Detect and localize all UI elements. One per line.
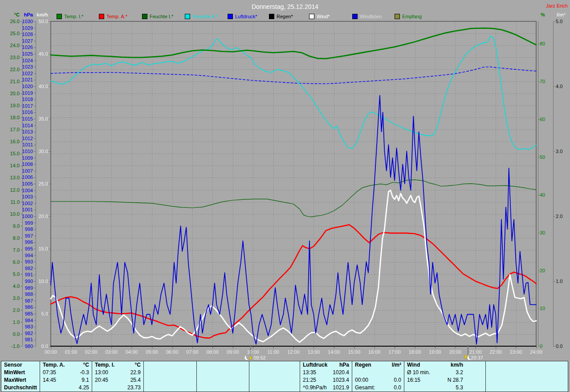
table-cell: 16:15N 28.7 xyxy=(404,376,485,384)
axis-hpa-tick-label: 1018 xyxy=(6,97,33,102)
table-cell xyxy=(249,361,300,369)
table-cell: Windkm/h xyxy=(404,361,485,369)
table-cell: 20:4525.4 xyxy=(92,376,143,384)
axis-hpa-tick-label: 1024 xyxy=(6,58,33,63)
table-column: Temp. I.°C13:0022.920:4525.423.73 xyxy=(92,361,144,392)
table-cell xyxy=(486,384,568,392)
x-axis-label: 12:00 xyxy=(283,349,304,355)
axis-pct-tick-label: 30 xyxy=(540,230,558,235)
axis-lm2-tick-label: 5.0 xyxy=(556,19,570,24)
x-axis-label: 09:00 xyxy=(223,349,243,355)
x-axis-label: 08:00 xyxy=(202,349,223,355)
table-cell xyxy=(249,369,300,376)
axis-hpa-tick-label: 993 xyxy=(6,259,33,264)
temp_a-swatch-icon xyxy=(99,14,104,19)
x-axis-label: 16:00 xyxy=(364,349,385,355)
axis-hpa-tick-label: 986 xyxy=(6,304,33,310)
table-cell xyxy=(486,376,568,384)
legend-item-luftdruck[interactable]: Luftdruck* xyxy=(228,14,257,19)
axis-hpa-tick-label: 1027 xyxy=(6,38,33,44)
legend-label: Luftdruck* xyxy=(235,14,257,19)
table-column xyxy=(249,361,300,392)
axis-kmh-tick-label: 45.0 xyxy=(21,51,48,57)
legend-item-wind[interactable]: Wind* xyxy=(309,14,330,19)
axis-lm2-tick-label: 4.0 xyxy=(556,84,570,89)
legend-label: Feuchte A.* xyxy=(192,14,218,19)
table-cell xyxy=(249,384,300,392)
moonset-icon xyxy=(464,356,471,360)
axis-pct-tick-label: 80 xyxy=(540,41,558,46)
x-axis-label: 17:00 xyxy=(384,349,405,355)
x-axis-label: 00:00 xyxy=(41,349,61,355)
legend-label: Regen* xyxy=(277,14,293,19)
legend-label: Temp. I.* xyxy=(64,14,83,19)
legend-item-temp_i[interactable]: Temp. I.* xyxy=(57,14,83,19)
x-axis-label: 07:00 xyxy=(182,349,203,355)
axis-pct-tick-label: 20 xyxy=(540,268,558,273)
table-cell xyxy=(352,369,404,376)
table-cell: Temp. I.°C xyxy=(92,361,143,369)
table-cell: 23.73 xyxy=(92,384,143,392)
legend-item-empfang[interactable]: Empfang xyxy=(395,14,422,19)
legend-label: Wind* xyxy=(317,14,330,19)
table-cell xyxy=(486,369,568,376)
legend-item-windboeen[interactable]: Windböen xyxy=(352,14,382,19)
legend-label: Feuchte I.* xyxy=(150,14,173,19)
sun-marker-time: 20:37 xyxy=(471,355,483,360)
regen-swatch-icon xyxy=(269,14,274,19)
axis-hpa-tick-label: 1002 xyxy=(6,201,33,206)
x-axis-label: 21:00 xyxy=(465,349,486,355)
x-axis-label: 14:00 xyxy=(324,349,344,355)
axis-hpa-tick-label: 1021 xyxy=(6,77,33,82)
axis-kmh-tick-label: 10.0 xyxy=(21,279,48,284)
x-axis-label: 18:00 xyxy=(405,349,425,355)
table-cell: 14:459.1 xyxy=(40,376,92,384)
axis-hpa-tick-label: 1017 xyxy=(6,103,33,109)
table-cell xyxy=(144,376,196,384)
table-column: Temp. A.°C07:35-0.314:459.14.25 xyxy=(40,361,92,392)
axis-hpa-tick-label: 992 xyxy=(6,266,33,271)
axis-lm2-tick-label: 0.0 xyxy=(556,344,570,349)
weather-app-window: Donnerstag, 25.12.2014 Jarz Erich -1.00.… xyxy=(0,0,570,392)
axis-hpa-tick-label: 999 xyxy=(6,220,33,226)
legend-item-feuchte_i[interactable]: Feuchte I.* xyxy=(142,14,173,19)
x-axis-label: 01:00 xyxy=(61,349,81,355)
axis-pct-tick-label: 40 xyxy=(540,192,558,198)
temp_i-swatch-icon xyxy=(57,14,62,19)
legend-item-feuchte_a[interactable]: Feuchte A.* xyxy=(185,14,218,19)
x-axis-label: 05:00 xyxy=(142,349,162,355)
axis-hpa-tick-label: 984 xyxy=(6,318,33,323)
table-cell xyxy=(197,384,249,392)
legend-item-temp_a[interactable]: Temp. A.* xyxy=(99,14,127,19)
axis-kmh-tick-label: 40.0 xyxy=(21,84,48,89)
axis-hpa-tick-label: 1011 xyxy=(6,142,33,147)
table-column: SensorMinWertMaxWertDurchschnitt xyxy=(1,361,40,392)
table-cell: 21:251023.4 xyxy=(300,376,352,384)
legend-label: Temp. A.* xyxy=(106,14,127,19)
table-cell xyxy=(249,376,300,384)
table-cell xyxy=(197,361,249,369)
axis-pct-title: % xyxy=(541,12,545,17)
x-axis-label: 02:00 xyxy=(81,349,102,355)
table-cell xyxy=(197,376,249,384)
table-column: Regenl/m²00:000.0Gesamt:0.0 xyxy=(352,361,404,392)
axis-hpa-tick-label: 994 xyxy=(6,253,33,258)
table-cell: 13:0022.9 xyxy=(92,369,143,376)
axis-hpa-tick-label: 1028 xyxy=(6,32,33,37)
axis-hpa-tick-label: 996 xyxy=(6,239,33,245)
table-cell xyxy=(144,369,196,376)
axis-hpa-tick-label: 982 xyxy=(6,331,33,336)
table-column: LuftdruckhPa13:351020.421:251023.4^0.9hP… xyxy=(300,361,352,392)
axis-lm2-tick-label: 1.0 xyxy=(556,279,570,284)
axis-kmh-tick-label: 5.0 xyxy=(21,311,48,316)
windboeen-swatch-icon xyxy=(352,14,358,19)
wind-swatch-icon xyxy=(309,14,314,19)
x-axis-label: 04:00 xyxy=(122,349,142,355)
x-axis-label: 23:00 xyxy=(506,349,526,355)
axis-pct-tick-label: 0 xyxy=(540,344,558,349)
x-axis-label: 10:00 xyxy=(243,349,263,355)
axis-pct-tick-label: 50 xyxy=(540,154,558,160)
axis-hpa-tick-label: 1001 xyxy=(6,207,33,212)
axis-hpa-tick-label: 1008 xyxy=(6,162,33,167)
legend-item-regen[interactable]: Regen* xyxy=(269,14,293,19)
